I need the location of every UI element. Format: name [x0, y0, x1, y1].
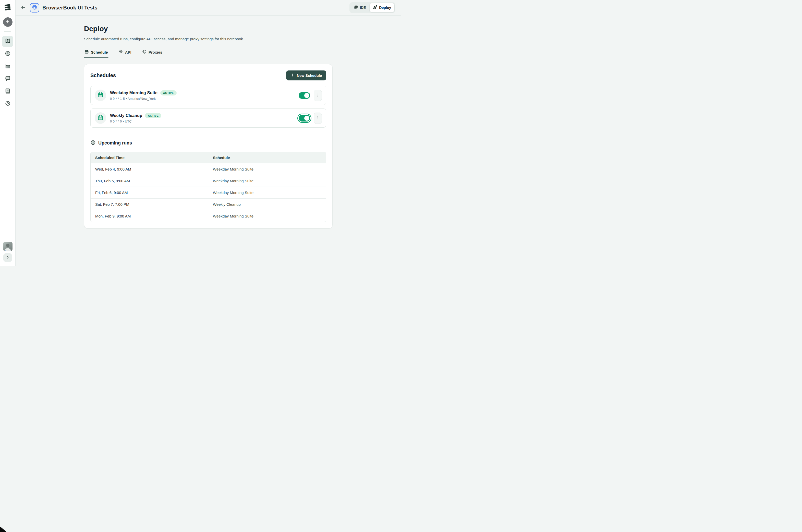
run-schedule-name: Weekday Morning Suite	[208, 210, 326, 222]
run-schedule-name: Weekday Morning Suite	[208, 187, 326, 198]
run-scheduled-time: Fri, Feb 6, 9:00 AM	[91, 187, 208, 198]
table-row: Wed, Feb 4, 9:00 AM Weekday Morning Suit…	[91, 163, 326, 175]
back-button[interactable]	[19, 3, 28, 12]
run-scheduled-time: Wed, Feb 4, 9:00 AM	[91, 164, 208, 175]
tab-api[interactable]: API	[118, 50, 132, 58]
schedule-item: Weekday Morning Suite ACTIVE 0 9 * * 1-5…	[90, 86, 326, 105]
ide-view-button[interactable]: IDE	[350, 3, 369, 12]
schedule-menu-button[interactable]	[314, 90, 322, 101]
kebab-icon	[316, 116, 320, 120]
schedule-list: Weekday Morning Suite ACTIVE 0 9 * * 1-5…	[90, 86, 326, 128]
schedules-card: Schedules New Schedule	[84, 64, 332, 228]
tab-schedule-label: Schedule	[91, 50, 108, 54]
table-header-row: Scheduled Time Schedule	[91, 152, 326, 163]
status-badge: ACTIVE	[145, 113, 161, 118]
top-bar: BrowserBook UI Tests IDE	[16, 0, 401, 16]
run-scheduled-time: Sat, Feb 7, 7:00 PM	[91, 198, 208, 210]
deploy-view-label: Deploy	[379, 6, 391, 10]
schedule-cron: 0 0 * * 0 • UTC	[110, 119, 161, 123]
clock-icon	[5, 51, 11, 57]
sidebar-item-schedule[interactable]	[2, 48, 13, 59]
table-row: Mon, Feb 9, 9:00 AM Weekday Morning Suit…	[91, 210, 326, 222]
gear-icon	[5, 100, 11, 107]
schedule-toggle[interactable]	[299, 92, 310, 99]
status-badge: ACTIVE	[160, 90, 177, 95]
run-schedule-name: Weekday Morning Suite	[208, 175, 326, 187]
column-header-scheduled-time: Scheduled Time	[91, 152, 208, 163]
ide-windows-icon	[354, 5, 358, 10]
chat-bubble-icon	[5, 76, 11, 82]
tab-schedule[interactable]: Schedule	[84, 50, 109, 58]
page-title: Deploy	[84, 25, 332, 33]
schedule-name: Weekday Morning Suite	[110, 90, 157, 95]
plus-icon	[290, 73, 294, 78]
column-header-schedule: Schedule	[208, 152, 326, 163]
tab-api-label: API	[125, 50, 131, 54]
toggle-knob	[304, 93, 309, 98]
notebook-title: BrowserBook UI Tests	[42, 5, 97, 11]
schedule-calendar-badge	[95, 112, 106, 124]
schedules-heading: Schedules	[90, 73, 116, 78]
run-scheduled-time: Thu, Feb 5, 9:00 AM	[91, 175, 208, 187]
arrow-left-icon	[20, 5, 26, 11]
tab-proxies-label: Proxies	[149, 50, 163, 54]
schedule-toggle[interactable]	[299, 115, 310, 121]
clock-icon	[90, 140, 96, 146]
sidebar-item-settings[interactable]	[2, 98, 13, 110]
view-mode-switcher: IDE Deploy	[349, 2, 395, 13]
run-schedule-name: Weekday Morning Suite	[208, 164, 326, 175]
rocket-icon	[373, 5, 377, 10]
table-body: Wed, Feb 4, 9:00 AM Weekday Morning Suit…	[91, 163, 326, 222]
app-logo-layers-icon	[4, 4, 12, 11]
upcoming-runs-heading: Upcoming runs	[98, 140, 132, 146]
schedule-menu-button[interactable]	[314, 113, 322, 124]
page-subtitle: Schedule automated runs, configure API a…	[84, 37, 332, 41]
schedule-item: Weekly Cleanup ACTIVE 0 0 * * 0 • UTC	[90, 109, 326, 128]
sidebar-item-notebook[interactable]	[2, 36, 13, 47]
globe-icon	[32, 5, 37, 11]
ide-view-label: IDE	[360, 6, 366, 10]
sidebar-item-comments[interactable]	[2, 73, 13, 84]
tab-proxies[interactable]: Proxies	[142, 50, 163, 58]
notebook-type-badge	[30, 3, 39, 13]
deploy-tabs: Schedule API Proxies	[84, 50, 332, 58]
table-row: Sat, Feb 7, 7:00 PM Weekly Cleanup	[91, 198, 326, 210]
schedule-calendar-badge	[95, 90, 106, 101]
globe-icon	[142, 50, 147, 55]
run-scheduled-time: Mon, Feb 9, 9:00 AM	[91, 210, 208, 222]
schedule-cron: 0 9 * * 1-5 • America/New_York	[110, 97, 177, 100]
kebab-icon	[316, 93, 320, 98]
new-schedule-label: New Schedule	[297, 74, 322, 78]
new-notebook-button[interactable]	[3, 17, 13, 27]
gear-icon	[119, 50, 123, 55]
user-avatar[interactable]	[3, 242, 13, 251]
sidebar-item-journal[interactable]	[2, 86, 13, 97]
plus-icon	[5, 19, 10, 25]
deploy-view-button[interactable]: Deploy	[369, 3, 394, 12]
schedule-name: Weekly Cleanup	[110, 113, 142, 118]
table-row: Fri, Feb 6, 9:00 AM Weekday Morning Suit…	[91, 187, 326, 198]
upcoming-runs-table: Scheduled Time Schedule Wed, Feb 4, 9:00…	[90, 152, 326, 222]
run-schedule-name: Weekly Cleanup	[208, 198, 326, 210]
chevron-right-icon	[6, 255, 10, 260]
toggle-knob	[304, 116, 309, 121]
sidebar-expand-button[interactable]	[3, 253, 12, 262]
calendar-icon	[97, 115, 103, 121]
bar-chart-icon	[5, 63, 11, 70]
calendar-icon	[84, 50, 89, 55]
calendar-icon	[97, 92, 103, 99]
book-open-icon	[5, 38, 11, 45]
sidebar	[0, 0, 16, 266]
new-schedule-button[interactable]: New Schedule	[286, 71, 326, 80]
main-content: Deploy Schedule automated runs, configur…	[16, 16, 401, 266]
table-row: Thu, Feb 5, 9:00 AM Weekday Morning Suit…	[91, 175, 326, 187]
sidebar-item-analytics[interactable]	[2, 61, 13, 72]
journal-icon	[5, 88, 11, 95]
